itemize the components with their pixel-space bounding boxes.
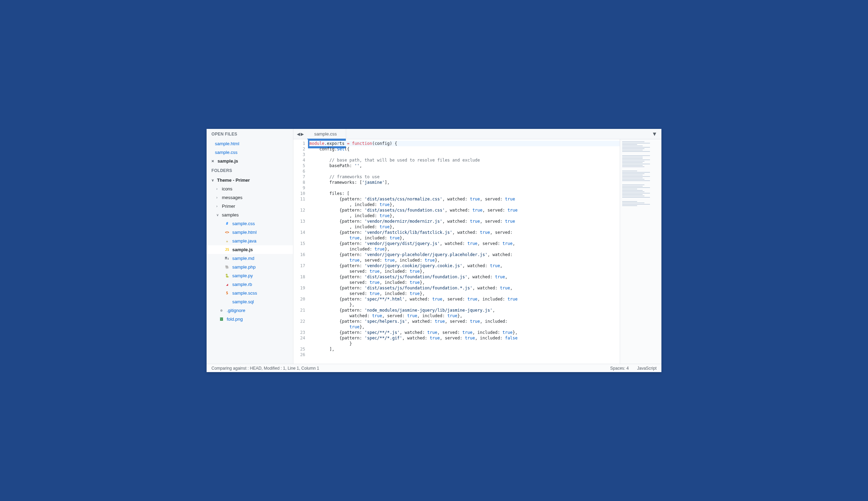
file-item[interactable]: Ssample.scss bbox=[207, 289, 293, 297]
chevron-down-icon: ∨ bbox=[211, 178, 215, 182]
nav-back-icon[interactable]: ◀ bbox=[297, 132, 300, 137]
file-item[interactable]: JSsample.js bbox=[207, 245, 293, 254]
open-file-item[interactable]: sample.css bbox=[207, 148, 293, 157]
project-root[interactable]: ∨ Theme - Primer bbox=[207, 176, 293, 184]
code-editor[interactable]: module.exports = function(config) { conf… bbox=[308, 139, 620, 364]
chevron-right-icon: › bbox=[216, 196, 220, 199]
content-area: ◀ ▶ sample.htmlsample.csssample.js× ▼ 12… bbox=[293, 129, 661, 364]
nav-fwd-icon[interactable]: ▶ bbox=[301, 132, 304, 137]
tab-bar: ◀ ▶ sample.htmlsample.csssample.js× ▼ bbox=[293, 129, 661, 139]
file-item[interactable]: <>sample.html bbox=[207, 228, 293, 237]
chevron-down-icon: ∨ bbox=[216, 213, 220, 217]
file-type-icon: 🐘 bbox=[225, 265, 229, 270]
line-gutter: 1234567891011121314151617181920212223242… bbox=[293, 139, 308, 364]
folder-item[interactable]: ›messages bbox=[207, 193, 293, 202]
open-files-header: OPEN FILES bbox=[207, 129, 293, 139]
file-item[interactable]: M↓sample.md bbox=[207, 254, 293, 263]
file-type-icon: # bbox=[225, 221, 229, 226]
file-item[interactable]: ⚙.gitignore bbox=[207, 306, 293, 315]
minimap[interactable] bbox=[620, 139, 661, 364]
file-type-icon: 🐍 bbox=[225, 273, 229, 278]
status-left[interactable]: Comparing against : HEAD, Modified : 1, … bbox=[211, 366, 319, 371]
file-item[interactable]: 🖼fold.png bbox=[207, 315, 293, 323]
file-item[interactable]: ☕sample.java bbox=[207, 237, 293, 245]
chevron-right-icon: › bbox=[216, 187, 220, 191]
close-icon[interactable]: × bbox=[336, 141, 339, 146]
file-type-icon: JS bbox=[225, 247, 229, 252]
file-type-icon: ☕ bbox=[225, 239, 229, 244]
tab-nav: ◀ ▶ bbox=[293, 132, 307, 137]
folder-item[interactable]: ›Primer bbox=[207, 202, 293, 211]
code-area: 1234567891011121314151617181920212223242… bbox=[293, 139, 661, 364]
file-item[interactable]: 🐘sample.php bbox=[207, 263, 293, 271]
status-spaces[interactable]: Spaces: 4 bbox=[610, 366, 629, 371]
file-tab[interactable]: sample.css bbox=[307, 129, 346, 139]
file-type-icon: S bbox=[225, 291, 229, 296]
file-item[interactable]: sample.sql bbox=[207, 297, 293, 306]
file-type-icon: <> bbox=[225, 230, 229, 235]
status-bar: Comparing against : HEAD, Modified : 1, … bbox=[207, 364, 661, 372]
open-file-item[interactable]: sample.js bbox=[207, 157, 293, 165]
folder-samples[interactable]: ∨ samples bbox=[207, 211, 293, 219]
file-type-icon: M↓ bbox=[225, 256, 229, 261]
main-area: OPEN FILES sample.htmlsample.csssample.j… bbox=[207, 129, 661, 364]
status-lang[interactable]: JavaScript bbox=[637, 366, 657, 371]
file-type-icon: 🖼 bbox=[219, 317, 224, 322]
open-file-item[interactable]: sample.html bbox=[207, 139, 293, 148]
chevron-right-icon: › bbox=[216, 204, 220, 208]
folder-item[interactable]: ›icons bbox=[207, 184, 293, 193]
file-type-icon bbox=[225, 299, 229, 304]
editor-window: OPEN FILES sample.htmlsample.csssample.j… bbox=[207, 129, 661, 372]
file-item[interactable]: 🐍sample.py bbox=[207, 271, 293, 280]
tab-menu-icon[interactable]: ▼ bbox=[648, 131, 661, 137]
folders-header: FOLDERS bbox=[207, 165, 293, 176]
file-item[interactable]: #sample.css bbox=[207, 219, 293, 228]
file-type-icon: ◢ bbox=[225, 282, 229, 287]
sidebar: OPEN FILES sample.htmlsample.csssample.j… bbox=[207, 129, 293, 364]
file-type-icon: ⚙ bbox=[219, 308, 224, 313]
file-item[interactable]: ◢sample.rb bbox=[207, 280, 293, 289]
